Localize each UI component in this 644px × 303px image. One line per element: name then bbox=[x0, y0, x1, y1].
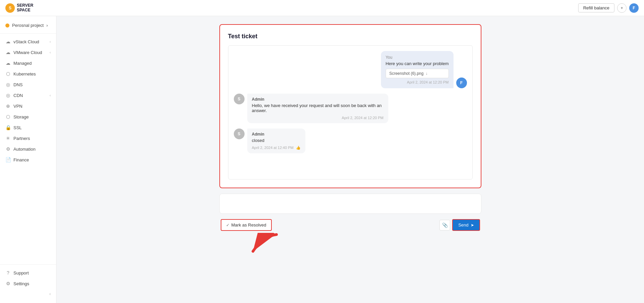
partners-icon: ✳ bbox=[5, 136, 11, 141]
sidebar-item-managed[interactable]: ☁ Managed bbox=[0, 58, 56, 68]
dns-icon: ◎ bbox=[5, 82, 11, 87]
sidebar: Perosnal project › ☁ vStack Cloud ‹ ☁ VM… bbox=[0, 16, 56, 303]
header-actions: Refill balance + F bbox=[578, 3, 639, 13]
sidebar-item-partners[interactable]: ✳ Partners bbox=[0, 133, 56, 144]
download-icon: ↓ bbox=[426, 71, 428, 76]
message-sender: Admin bbox=[252, 132, 301, 137]
sidebar-item-settings[interactable]: ⚙ Settings bbox=[0, 278, 56, 289]
project-dot-icon bbox=[5, 23, 9, 28]
sidebar-item-personal-project[interactable]: Perosnal project › bbox=[0, 20, 56, 31]
arrow-annotation bbox=[219, 236, 481, 256]
header: S SERVERSPACE Refill balance + F bbox=[0, 0, 644, 16]
sidebar-bottom: ? Support ⚙ Settings ‹ bbox=[0, 262, 56, 299]
message-text: Hello, we have received your request and… bbox=[252, 103, 384, 113]
avatar: F bbox=[456, 78, 467, 88]
finance-icon: 📄 bbox=[5, 157, 11, 162]
sidebar-item-label: Settings bbox=[13, 281, 29, 286]
managed-icon: ☁ bbox=[5, 60, 11, 66]
message-time: April 2, 2024 at 12:40 PM 👍 bbox=[252, 146, 301, 150]
sidebar-item-kubernetes[interactable]: ⬡ Kubernetes bbox=[0, 68, 56, 79]
app-body: Perosnal project › ☁ vStack Cloud ‹ ☁ VM… bbox=[0, 16, 644, 303]
chat-area: You Here you can write your problem Scre… bbox=[228, 45, 473, 180]
storage-icon: ⬡ bbox=[5, 114, 11, 119]
kubernetes-icon: ⬡ bbox=[5, 71, 11, 77]
chevron-icon: ‹ bbox=[50, 40, 51, 44]
ssl-icon: 🔒 bbox=[5, 125, 11, 130]
sidebar-item-label: Perosnal project bbox=[12, 23, 44, 28]
sidebar-item-label: Managed bbox=[13, 61, 32, 66]
message-sender: You bbox=[386, 55, 449, 60]
sidebar-item-label: vStack Cloud bbox=[13, 39, 39, 44]
reply-input-container[interactable] bbox=[219, 194, 481, 214]
sidebar-item-vpn[interactable]: ⊕ VPN bbox=[0, 101, 56, 111]
message-time: April 2, 2024 at 12:20 PM bbox=[252, 116, 384, 120]
support-icon: ? bbox=[5, 270, 11, 275]
actions-bar: ✓ Mark as Resolved 📎 Send ➤ bbox=[219, 219, 481, 231]
logo-icon: S bbox=[5, 3, 15, 13]
sidebar-item-label: CDN bbox=[13, 93, 23, 98]
attach-icon: 📎 bbox=[442, 222, 448, 228]
sidebar-item-vmware-cloud[interactable]: ☁ VMware Cloud ‹ bbox=[0, 47, 56, 58]
sidebar-item-label: VMware Cloud bbox=[13, 50, 42, 55]
sidebar-item-label: Kubernetes bbox=[13, 71, 36, 77]
automation-icon: ⚙ bbox=[5, 146, 11, 152]
cdn-icon: ◎ bbox=[5, 93, 11, 98]
logo: S SERVERSPACE bbox=[5, 3, 33, 13]
refill-balance-button[interactable]: Refill balance bbox=[578, 3, 614, 12]
mark-as-resolved-button[interactable]: ✓ Mark as Resolved bbox=[221, 219, 272, 231]
main-content: Test ticket You Here you can write your … bbox=[56, 16, 644, 303]
sidebar-divider bbox=[0, 264, 56, 265]
chevron-icon: ‹ bbox=[50, 51, 51, 54]
settings-icon: ⚙ bbox=[5, 281, 11, 286]
ticket-title: Test ticket bbox=[228, 33, 473, 40]
sidebar-divider bbox=[0, 33, 56, 34]
message-bubble-incoming: Admin closed April 2, 2024 at 12:40 PM 👍 bbox=[247, 129, 305, 153]
add-button[interactable]: + bbox=[617, 3, 627, 13]
message-bubble-incoming: Admin Hello, we have received your reque… bbox=[247, 94, 388, 123]
mark-resolved-label: Mark as Resolved bbox=[231, 222, 266, 228]
attachment-item[interactable]: Screenshot (6).png ↓ bbox=[386, 69, 449, 78]
sidebar-item-label: Partners bbox=[13, 136, 30, 141]
message-incoming-1: S Admin Hello, we have received your req… bbox=[234, 94, 467, 123]
red-arrow-svg bbox=[246, 233, 287, 256]
sidebar-item-ssl[interactable]: 🔒 SSL bbox=[0, 122, 56, 133]
sidebar-item-finance[interactable]: 📄 Finance bbox=[0, 154, 56, 165]
sidebar-item-automation[interactable]: ⚙ Automation bbox=[0, 144, 56, 154]
sidebar-item-label: Storage bbox=[13, 114, 29, 119]
message-incoming-2: S Admin closed April 2, 2024 at 12:40 PM… bbox=[234, 129, 467, 153]
sidebar-item-label: VPN bbox=[13, 104, 23, 109]
send-area: 📎 Send ➤ bbox=[439, 219, 480, 231]
sidebar-item-support[interactable]: ? Support bbox=[0, 267, 56, 278]
check-icon: ✓ bbox=[226, 223, 229, 228]
sidebar-item-storage[interactable]: ⬡ Storage bbox=[0, 111, 56, 122]
message-time: April 2, 2024 at 12:20 PM bbox=[386, 80, 449, 84]
vmware-icon: ☁ bbox=[5, 50, 11, 55]
sidebar-item-label: Automation bbox=[13, 147, 36, 152]
message-outgoing: You Here you can write your problem Scre… bbox=[234, 51, 467, 88]
message-text: closed bbox=[252, 138, 301, 143]
attachment-filename: Screenshot (6).png bbox=[389, 71, 424, 76]
sidebar-collapse-button[interactable]: ‹ bbox=[0, 289, 56, 299]
send-button[interactable]: Send ➤ bbox=[452, 219, 480, 231]
sidebar-item-dns[interactable]: ◎ DNS bbox=[0, 79, 56, 90]
sidebar-item-label: Finance bbox=[13, 157, 29, 162]
ticket-container: Test ticket You Here you can write your … bbox=[219, 24, 481, 188]
message-bubble-outgoing: You Here you can write your problem Scre… bbox=[381, 51, 454, 88]
logo-text: SERVERSPACE bbox=[17, 3, 33, 12]
chevron-icon: ‹ bbox=[50, 94, 51, 97]
user-avatar[interactable]: F bbox=[629, 3, 639, 13]
chevron-right-icon: › bbox=[46, 23, 48, 28]
sidebar-item-cdn[interactable]: ◎ CDN ‹ bbox=[0, 90, 56, 101]
sidebar-item-label: Support bbox=[13, 270, 29, 275]
collapse-icon: ‹ bbox=[49, 292, 51, 296]
attach-button[interactable]: 📎 bbox=[439, 220, 450, 231]
message-sender: Admin bbox=[252, 97, 384, 102]
sidebar-item-label: DNS bbox=[13, 82, 23, 87]
send-label: Send bbox=[458, 222, 468, 228]
message-text: Here you can write your problem bbox=[386, 61, 449, 66]
sidebar-item-vstack-cloud[interactable]: ☁ vStack Cloud ‹ bbox=[0, 36, 56, 47]
send-icon: ➤ bbox=[471, 223, 474, 228]
avatar: S bbox=[234, 129, 245, 139]
thumbs-up-icon: 👍 bbox=[296, 146, 301, 150]
reply-textarea[interactable] bbox=[225, 198, 476, 208]
